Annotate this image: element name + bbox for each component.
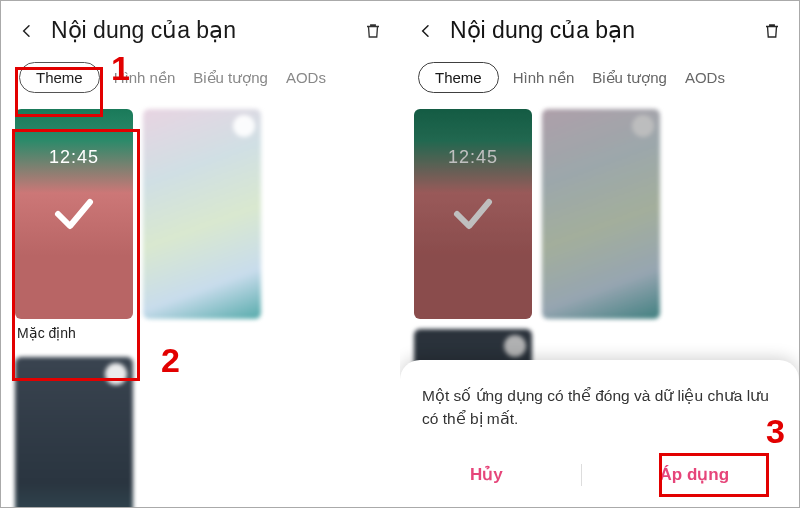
- theme-card[interactable]: [143, 109, 261, 347]
- check-icon: [15, 109, 133, 319]
- tab-aods[interactable]: AODs: [681, 63, 729, 92]
- confirm-sheet: Một số ứng dụng có thể đóng và dữ liệu c…: [400, 360, 799, 508]
- back-icon[interactable]: [19, 23, 35, 39]
- page-title: Nội dung của bạn: [450, 17, 763, 44]
- theme-card[interactable]: [15, 357, 133, 507]
- theme-label: Mặc định: [15, 319, 133, 347]
- cancel-button[interactable]: Hủy: [452, 456, 521, 493]
- tab-icons[interactable]: Biểu tượng: [588, 63, 671, 93]
- separator: [581, 464, 582, 486]
- theme-card-default[interactable]: [414, 109, 532, 319]
- tab-theme[interactable]: Theme: [19, 62, 100, 93]
- theme-card-default[interactable]: Mặc định: [15, 109, 133, 347]
- annotation-number-3: 3: [766, 412, 785, 451]
- apply-button[interactable]: Áp dụng: [642, 456, 748, 493]
- page-title: Nội dung của bạn: [51, 17, 364, 44]
- trash-icon[interactable]: [364, 21, 382, 41]
- download-icon: [233, 115, 255, 137]
- tab-icons[interactable]: Biểu tượng: [189, 63, 272, 93]
- back-icon[interactable]: [418, 23, 434, 39]
- sheet-message: Một số ứng dụng có thể đóng và dữ liệu c…: [422, 384, 777, 431]
- annotation-number-1: 1: [111, 49, 130, 88]
- theme-card[interactable]: [542, 109, 660, 319]
- download-icon: [105, 363, 127, 385]
- trash-icon[interactable]: [763, 21, 781, 41]
- annotation-number-2: 2: [161, 341, 180, 380]
- tab-aods[interactable]: AODs: [282, 63, 330, 92]
- tab-wallpaper[interactable]: Hình nền: [509, 63, 579, 93]
- check-icon: [414, 109, 532, 319]
- tab-theme[interactable]: Theme: [418, 62, 499, 93]
